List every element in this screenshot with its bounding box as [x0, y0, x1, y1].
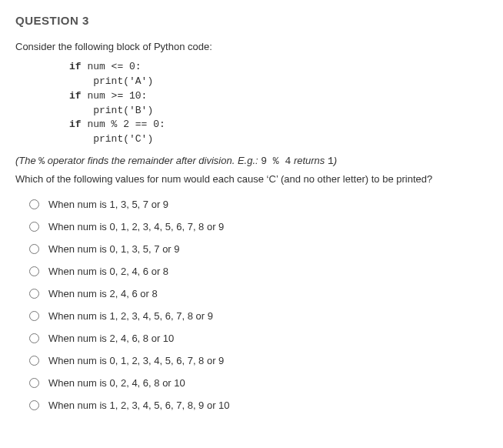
code-text: print('C'): [69, 133, 153, 145]
option-row[interactable]: When num is 0, 1, 2, 3, 4, 5, 6, 7, 8 or…: [29, 221, 488, 232]
question-prompt: Which of the following values for num wo…: [15, 173, 488, 185]
option-label: When num is 0, 2, 4, 6 or 8: [48, 266, 168, 277]
intro-text: Consider the following block of Python c…: [15, 41, 488, 52]
option-row[interactable]: When num is 1, 2, 3, 4, 5, 6, 7, 8, 9 or…: [29, 400, 488, 411]
option-radio[interactable]: [29, 333, 39, 343]
option-row[interactable]: When num is 1, 2, 3, 4, 5, 6, 7, 8 or 9: [29, 310, 488, 322]
option-row[interactable]: When num is 2, 4, 6 or 8: [29, 288, 488, 299]
option-radio[interactable]: [29, 356, 39, 366]
option-label: When num is 0, 1, 3, 5, 7 or 9: [48, 243, 180, 255]
code-text: num >= 10:: [82, 90, 148, 102]
note-text: (The % operator finds the remainder afte…: [15, 155, 488, 167]
option-label: When num is 0, 1, 2, 3, 4, 5, 6, 7, 8 or…: [48, 221, 224, 232]
option-row[interactable]: When num is 0, 1, 2, 3, 4, 5, 6, 7, 8 or…: [29, 355, 488, 366]
code-text: print('A'): [69, 75, 153, 87]
code-keyword: if: [69, 119, 82, 130]
code-keyword: if: [69, 61, 82, 72]
option-radio[interactable]: [29, 289, 39, 299]
option-label: When num is 0, 1, 2, 3, 4, 5, 6, 7, 8 or…: [48, 355, 224, 366]
option-label: When num is 2, 4, 6 or 8: [48, 288, 158, 299]
option-row[interactable]: When num is 0, 2, 4, 6 or 8: [29, 266, 488, 277]
code-block: if num <= 0: print('A') if num >= 10: pr…: [69, 60, 488, 147]
option-radio[interactable]: [29, 311, 39, 321]
option-radio[interactable]: [29, 199, 39, 209]
option-label: When num is 2, 4, 6, 8 or 10: [48, 333, 174, 344]
code-text: num <= 0:: [82, 61, 142, 72]
code-text: print('B'): [69, 105, 153, 116]
code-keyword: if: [69, 90, 82, 102]
option-row[interactable]: When num is 2, 4, 6, 8 or 10: [29, 333, 488, 344]
option-radio[interactable]: [29, 266, 39, 276]
question-title: QUESTION 3: [15, 14, 488, 27]
option-radio[interactable]: [29, 400, 39, 410]
option-radio[interactable]: [29, 222, 39, 232]
option-label: When num is 1, 2, 3, 4, 5, 6, 7, 8 or 9: [48, 310, 213, 322]
option-label: When num is 1, 2, 3, 4, 5, 6, 7, 8, 9 or…: [48, 400, 230, 411]
option-label: When num is 1, 3, 5, 7 or 9: [48, 199, 168, 210]
option-radio[interactable]: [29, 244, 39, 254]
option-label: When num is 0, 2, 4, 6, 8 or 10: [48, 377, 185, 389]
option-row[interactable]: When num is 0, 1, 3, 5, 7 or 9: [29, 243, 488, 255]
option-radio[interactable]: [29, 378, 39, 388]
option-row[interactable]: When num is 0, 2, 4, 6, 8 or 10: [29, 377, 488, 389]
option-row[interactable]: When num is 1, 3, 5, 7 or 9: [29, 199, 488, 210]
options-group: When num is 1, 3, 5, 7 or 9 When num is …: [29, 199, 488, 411]
code-text: num % 2 == 0:: [82, 119, 165, 130]
